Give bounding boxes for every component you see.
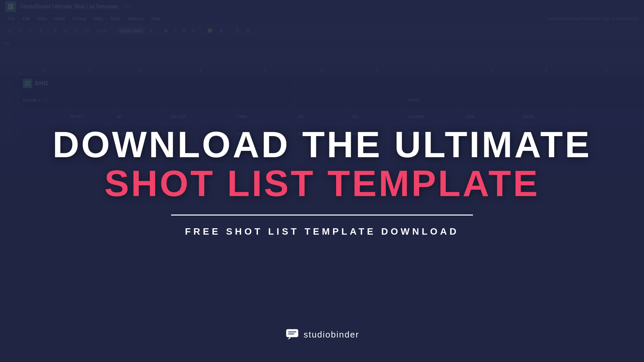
svg-rect-8 bbox=[288, 334, 294, 335]
divider-line bbox=[171, 215, 473, 216]
subtitle-text: FREE SHOT LIST TEMPLATE DOWNLOAD bbox=[185, 226, 459, 237]
studiobinder-logo-icon bbox=[285, 327, 300, 342]
studiobinder-logo-text: studiobinder bbox=[304, 329, 359, 340]
headline-line2: SHOT LIST TEMPLATE bbox=[53, 164, 592, 203]
svg-rect-6 bbox=[286, 329, 298, 337]
svg-rect-7 bbox=[288, 331, 296, 333]
main-content: DOWNLOAD THE ULTIMATE SHOT LIST TEMPLATE… bbox=[0, 0, 644, 362]
logo-container: studiobinder bbox=[285, 327, 359, 342]
headline-container: DOWNLOAD THE ULTIMATE SHOT LIST TEMPLATE bbox=[53, 125, 592, 202]
headline-line1: DOWNLOAD THE ULTIMATE bbox=[53, 125, 592, 164]
